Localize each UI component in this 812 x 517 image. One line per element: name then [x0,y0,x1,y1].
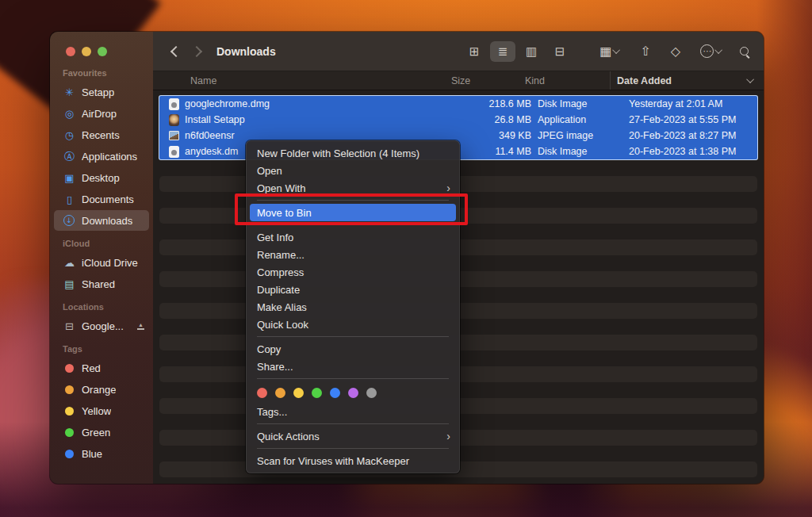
submenu-arrow-icon: › [446,430,450,442]
share-icon: ⇧ [640,44,650,59]
column-header-kind[interactable]: Kind [519,75,610,86]
file-size-cell: 349 KB [452,130,531,141]
column-view-icon: ▥ [526,44,537,59]
column-header-name[interactable]: Name [159,75,439,86]
menu-separator [257,336,449,337]
sidebar-section-tags: Tags [54,344,149,357]
file-name-label: Install Setapp [185,114,245,125]
file-row-googlechrome-dmg[interactable]: googlechrome.dmg218.6 MBDisk ImageYester… [159,96,757,112]
menu-item-open[interactable]: Open [246,162,460,179]
sidebar-item-recents[interactable]: ◷Recents [54,124,149,145]
forward-button[interactable] [186,41,207,62]
red-tag-dot-icon [65,364,74,373]
minimize-button[interactable] [82,47,91,56]
yellow-tag-dot-icon [65,407,74,416]
sidebar-item-google[interactable]: ⊟Google...▲ [54,316,149,336]
sidebar-item-label: Yellow [82,405,111,417]
eject-icon[interactable]: ▲ [137,322,144,330]
shared-folder-icon: ▤ [63,279,76,289]
menu-item-quick-look[interactable]: Quick Look [246,316,460,333]
window-title: Downloads [216,45,276,58]
menu-item-move-to-bin[interactable]: Move to Bin [250,204,456,221]
menu-item-make-alias[interactable]: Make Alias [246,298,460,316]
menu-item-get-info[interactable]: Get Info [246,228,460,246]
share-button[interactable]: ⇧ [640,44,650,59]
window-controls [50,46,153,57]
sidebar-item-orange[interactable]: Orange [54,379,149,400]
tag-button[interactable]: ◇ [671,44,680,59]
sidebar-item-label: Shared [82,278,115,290]
file-name-cell: googlechrome.dmg [169,98,452,110]
orange-tag-dot-icon [65,385,74,394]
menu-item-label: Rename... [257,249,304,261]
menu-tag-colors [246,382,460,403]
sort-direction-icon[interactable] [745,78,757,83]
sidebar-item-label: Downloads [82,215,132,227]
menu-item-tags[interactable]: Tags... [246,403,460,420]
column-view-button[interactable]: ▥ [519,41,544,62]
menu-item-open-with[interactable]: Open With› [246,179,460,197]
sidebar-item-downloads[interactable]: ↓Downloads [54,210,149,231]
tag-dot-blue[interactable] [330,388,340,398]
menu-item-share[interactable]: Share... [246,358,460,375]
menu-separator [257,200,449,201]
menu-item-label: Get Info [257,232,293,243]
menu-item-scan-for-viruses-with-mackeeper[interactable]: Scan for Viruses with MacKeeper [246,452,460,469]
file-date-cell: 20-Feb-2023 at 8:27 PM [622,130,757,141]
sidebar-item-label: Orange [82,384,116,396]
setapp-icon: ✳ [63,87,76,98]
sidebar-item-documents[interactable]: ▯Documents [54,189,149,209]
group-by-icon: ▦ [599,44,611,59]
disk-image-icon [169,98,179,110]
sidebar-section-locations: Locations [54,302,149,315]
menu-item-copy[interactable]: Copy [246,340,460,358]
finder-window: Favourites✳Setapp◎AirDrop◷RecentsⒶApplic… [50,32,764,484]
blue-tag-dot-icon [65,450,74,458]
tag-dot-orange[interactable] [275,388,285,398]
column-header-size[interactable]: Size [439,75,519,86]
list-view-button[interactable]: ≣ [490,41,515,62]
tag-dot-red[interactable] [257,388,267,398]
sidebar-item-red[interactable]: Red [54,358,149,378]
menu-item-compress[interactable]: Compress [246,263,460,281]
more-button[interactable]: ⋯ [700,44,722,58]
menu-item-rename[interactable]: Rename... [246,246,460,263]
file-row-install-setapp[interactable]: Install Setapp26.8 MBApplication27-Feb-2… [159,112,757,128]
close-button[interactable] [66,47,75,56]
group-by-button[interactable]: ▦ [599,44,620,59]
search-icon[interactable] [740,47,749,56]
gallery-view-button[interactable]: ⊟ [547,41,573,62]
menu-separator [257,378,449,379]
sidebar-item-setapp[interactable]: ✳Setapp [54,82,149,102]
tag-dot-yellow[interactable] [293,388,304,398]
menu-item-quick-actions[interactable]: Quick Actions› [246,427,460,445]
file-kind-cell: JPEG image [531,130,622,141]
sidebar-item-yellow[interactable]: Yellow [54,400,149,421]
sidebar-section-icloud: iCloud [54,239,149,251]
sidebar-item-label: iCloud Drive [82,257,138,269]
sidebar-item-blue[interactable]: Blue [54,443,149,464]
wallpaper-edge-shade [756,0,812,517]
tag-dot-green[interactable] [312,388,322,398]
sidebar-item-icloud-drive[interactable]: ☁iCloud Drive [54,252,149,273]
sidebar-item-green[interactable]: Green [54,422,149,442]
tag-dot-grey[interactable] [366,388,377,398]
sidebar-item-desktop[interactable]: ▣Desktop [54,167,149,188]
tag-dot-purple[interactable] [348,388,358,398]
file-size-cell: 26.8 MB [452,114,531,125]
jpeg-thumbnail-icon [169,131,179,140]
zoom-button[interactable] [98,47,107,56]
sidebar-item-shared[interactable]: ▤Shared [54,274,149,294]
file-date-cell: 20-Feb-2023 at 1:38 PM [622,146,757,157]
back-button[interactable] [166,41,186,62]
menu-item-duplicate[interactable]: Duplicate [246,281,460,298]
menu-item-new-folder-with-selection-4-items[interactable]: New Folder with Selection (4 Items) [246,144,460,162]
menu-item-label: Quick Look [257,319,308,331]
menu-item-label: New Folder with Selection (4 Items) [257,147,419,159]
icon-view-button[interactable]: ⊞ [462,41,487,62]
column-header-date-added[interactable]: Date Added [610,71,745,90]
sidebar-item-airdrop[interactable]: ◎AirDrop [54,103,149,124]
sidebar-item-applications[interactable]: ⒶApplications [54,146,149,167]
sidebar-item-label: Desktop [82,172,120,184]
sidebar-item-label: Recents [82,129,120,141]
